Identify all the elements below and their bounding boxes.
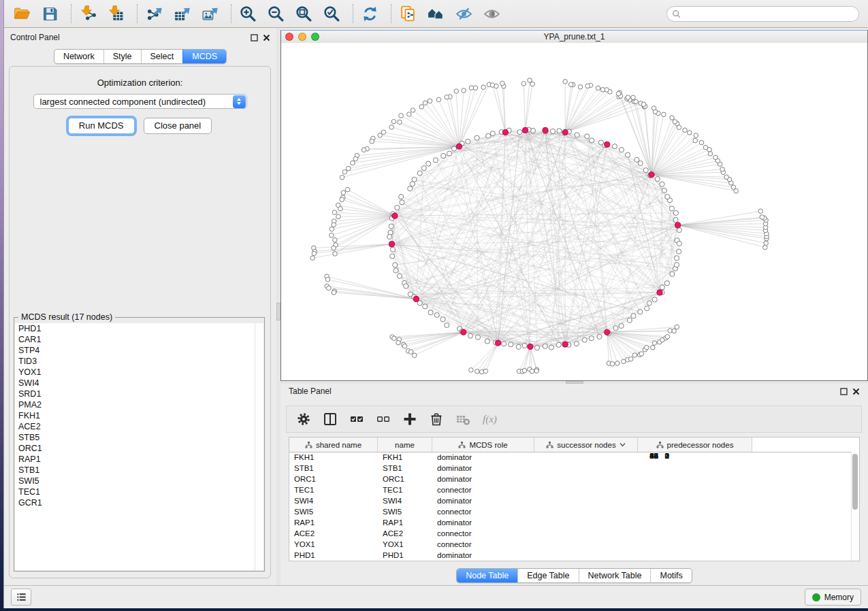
node-table: shared namenameMCDS rolesuccessor nodesp… xyxy=(289,437,860,561)
window-close-button[interactable] xyxy=(285,33,293,41)
float-panel-icon[interactable] xyxy=(251,34,258,42)
column-type-icon xyxy=(656,442,664,448)
export-image-icon[interactable] xyxy=(200,4,219,23)
add-column-icon[interactable] xyxy=(402,411,418,427)
search-input[interactable] xyxy=(684,7,858,20)
cell-name: ACE2 xyxy=(378,529,432,538)
mcds-result-box: MCDS result (17 nodes) PHD1CAR1STP4TID3Y… xyxy=(14,317,265,572)
table-settings-icon[interactable] xyxy=(295,411,312,427)
mcds-result-item[interactable]: PMA2 xyxy=(15,399,255,410)
cell-name: SWI5 xyxy=(378,508,432,516)
close-table-panel-icon[interactable] xyxy=(852,388,860,395)
memory-button[interactable]: Memory xyxy=(805,589,861,606)
table-panel-title: Table Panel xyxy=(289,386,332,396)
tab-network[interactable]: Network xyxy=(54,50,103,63)
search-box[interactable] xyxy=(666,6,859,22)
tab-motifs[interactable]: Motifs xyxy=(650,569,691,582)
search-icon xyxy=(672,10,681,18)
mcds-result-item[interactable]: STP4 xyxy=(15,345,255,356)
zoom-out-icon[interactable] xyxy=(266,4,285,23)
tab-network-table[interactable]: Network Table xyxy=(579,569,651,582)
export-table-icon[interactable] xyxy=(172,4,191,23)
cell-name: PHD1 xyxy=(378,551,432,559)
tab-style[interactable]: Style xyxy=(103,50,141,63)
save-session-icon[interactable] xyxy=(40,4,59,23)
main-toolbar xyxy=(4,0,868,28)
cell-shared-name: TEC1 xyxy=(289,486,378,494)
delete-table-icon xyxy=(455,411,471,427)
mcds-result-item[interactable]: ACE2 xyxy=(15,421,255,432)
mcds-result-item[interactable]: PHD1 xyxy=(15,323,255,334)
column-header-MCDS-role[interactable]: MCDS role xyxy=(432,437,534,452)
mcds-result-list[interactable]: PHD1CAR1STP4TID3YOX1SWI4SRD1PMA2FKH1ACE2… xyxy=(15,323,255,570)
mcds-result-item[interactable]: SWI5 xyxy=(15,476,255,486)
delete-column-icon[interactable] xyxy=(428,411,445,427)
network-window-titlebar: YPA_prune.txt_1 xyxy=(281,31,867,44)
control-panel: Control Panel NetworkStyleSelectMCDS Opt… xyxy=(4,30,276,585)
home-view-icon[interactable] xyxy=(426,4,445,23)
cell-name: SWI4 xyxy=(378,497,432,505)
mcds-result-item[interactable]: SRD1 xyxy=(15,389,255,399)
zoom-in-icon[interactable] xyxy=(238,4,257,23)
select-all-rows-icon[interactable] xyxy=(349,411,365,427)
column-header-shared-name[interactable]: shared name xyxy=(289,437,378,452)
float-table-panel-icon[interactable] xyxy=(840,388,848,395)
tab-mcds[interactable]: MCDS xyxy=(182,50,226,63)
mcds-result-item[interactable]: SWI4 xyxy=(15,378,255,389)
mcds-result-item[interactable]: TEC1 xyxy=(15,486,255,497)
window-maximize-button[interactable] xyxy=(311,33,319,41)
cell-shared-name: RAP1 xyxy=(289,518,378,527)
table-scrollbar[interactable] xyxy=(851,452,859,561)
mcds-result-item[interactable]: GCR1 xyxy=(15,497,255,508)
table-scrollbar-thumb[interactable] xyxy=(852,454,858,510)
import-table-icon[interactable] xyxy=(106,4,125,23)
split-panel-icon[interactable] xyxy=(322,411,338,427)
optimization-criterion-select[interactable]: largest connected component (undirected) xyxy=(33,94,247,109)
mcds-result-item[interactable]: YOX1 xyxy=(15,367,255,378)
zoom-fit-icon[interactable] xyxy=(294,4,313,23)
mcds-result-item[interactable]: RAP1 xyxy=(15,454,255,465)
toolbar-separator xyxy=(353,4,353,23)
mcds-result-item[interactable]: STB1 xyxy=(15,465,255,476)
zoom-selected-icon[interactable] xyxy=(322,4,341,23)
mcds-tab-content: Optimization criterion: largest connecte… xyxy=(9,66,271,578)
mcds-result-item[interactable]: ORC1 xyxy=(15,443,255,454)
deselect-all-rows-icon[interactable] xyxy=(375,411,391,427)
right-region: YPA_prune.txt_1 Table Panel xyxy=(280,28,868,585)
optimization-criterion-value: largest connected component (undirected) xyxy=(40,97,206,107)
mcds-result-scrollbar[interactable] xyxy=(255,323,263,570)
column-header-predecessor-nodes[interactable]: predecessor nodes xyxy=(638,437,752,452)
import-network-icon[interactable] xyxy=(78,4,97,23)
cell-MCDS-role: connector xyxy=(432,529,534,538)
window-minimize-button[interactable] xyxy=(298,33,306,41)
column-type-icon xyxy=(458,442,466,448)
status-bar: Memory xyxy=(4,585,868,608)
mcds-result-item[interactable]: FKH1 xyxy=(15,410,255,421)
open-file-icon[interactable] xyxy=(12,4,31,23)
network-from-selection-icon[interactable] xyxy=(398,4,417,23)
network-canvas[interactable] xyxy=(281,43,867,380)
optimization-criterion-label: Optimization criterion: xyxy=(10,78,270,88)
cell-name: RAP1 xyxy=(378,518,432,527)
tab-edge-table[interactable]: Edge Table xyxy=(517,569,578,582)
tab-select[interactable]: Select xyxy=(141,50,183,63)
cell-name: ORC1 xyxy=(378,475,432,483)
column-header-name[interactable]: name xyxy=(378,437,432,452)
mcds-result-item[interactable]: TID3 xyxy=(15,356,255,367)
close-panel-icon[interactable] xyxy=(263,34,270,42)
hide-graphics-details-icon[interactable] xyxy=(454,4,473,23)
refresh-layout-icon[interactable] xyxy=(360,4,379,23)
task-history-button[interactable] xyxy=(11,589,31,606)
mcds-result-item[interactable]: STB5 xyxy=(15,432,255,443)
cell-shared-name: YOX1 xyxy=(289,540,378,548)
tab-node-table[interactable]: Node Table xyxy=(457,569,517,582)
close-panel-button[interactable]: Close panel xyxy=(144,118,212,134)
table-row[interactable]: PHD1PHD1dominator180 xyxy=(289,550,852,561)
mcds-result-item[interactable]: CAR1 xyxy=(15,334,255,345)
column-header-successor-nodes[interactable]: successor nodes xyxy=(534,437,638,452)
network-window: YPA_prune.txt_1 xyxy=(280,30,868,381)
table-panel-titlebar: Table Panel xyxy=(280,384,868,399)
cell-MCDS-role: connector xyxy=(432,486,534,494)
run-mcds-button[interactable]: Run MCDS xyxy=(68,118,135,134)
export-network-icon[interactable] xyxy=(144,4,163,23)
